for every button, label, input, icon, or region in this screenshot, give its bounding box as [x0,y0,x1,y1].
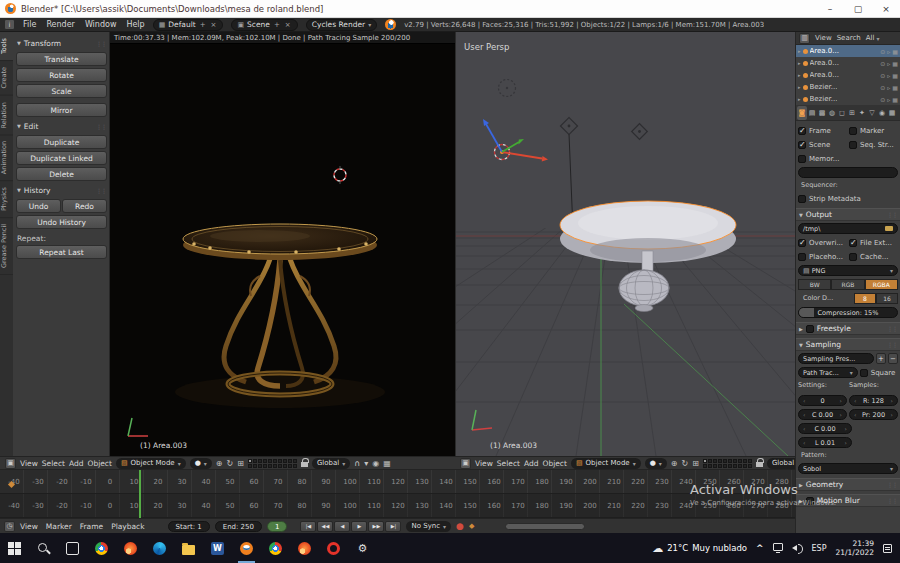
translate-manipulator-icon[interactable]: ⊕ [216,459,223,468]
rotate-button[interactable]: Rotate [16,68,107,82]
timeline-menu-frame[interactable]: Frame [80,522,103,531]
menu-window[interactable]: Window [85,20,117,29]
layer-dot[interactable] [718,459,722,463]
network-icon[interactable] [773,543,783,551]
viewport-shading-dropdown[interactable]: ●▾ [645,458,667,469]
delete-button[interactable]: Delete [16,167,107,181]
toolshelf-tab-animation[interactable]: Animation [0,135,13,181]
metadata-marker-checkbox[interactable]: Marker [849,127,898,135]
action-center-icon[interactable] [883,544,892,553]
output-path-field[interactable]: /tmp\ [798,223,898,234]
firefox-taskbar-button[interactable] [116,533,145,563]
modifiers-properties-tab[interactable]: ✦ [857,106,867,120]
add-layout-button[interactable]: + [199,21,207,29]
pattern-dropdown[interactable]: Sobol▾ [798,463,898,474]
renderability-icon[interactable]: ▦ [892,96,898,103]
history-panel-header[interactable]: ▼History⋮⋮ [13,183,110,197]
show-hidden-icons-button[interactable]: ^ [756,543,764,553]
layer-dot[interactable] [728,459,732,463]
outliner-editor-icon[interactable]: ▥ [799,33,810,44]
layer-dot[interactable] [743,459,747,463]
timeline-ruler-top[interactable]: -40-30-20-100102030405060708090100110120… [0,470,795,494]
sampling-panel-header[interactable]: ▼Sampling⋮⋮ [796,338,900,351]
opengl-render-anim-icon[interactable]: ▦ [383,459,391,468]
visibility-eye-icon[interactable]: ⊙ [880,60,885,67]
layer-dot[interactable] [273,464,277,468]
layer-dot[interactable] [278,464,282,468]
layer-dot[interactable] [708,459,712,463]
file-format-dropdown[interactable]: ▤PNG▾ [798,265,898,276]
output-panel-header[interactable]: ▼Output⋮⋮ [796,208,900,221]
world-properties-tab[interactable]: ◍ [827,106,837,120]
task-view-taskbar-button[interactable] [58,533,87,563]
viewport-menu-view[interactable]: View [475,459,493,468]
outliner-item[interactable]: ▸Bezier...⊙▹▦ [796,93,900,105]
freestyle-panel-header[interactable]: ▶Freestyle⋮⋮ [796,322,900,335]
menu-render[interactable]: Render [46,20,74,29]
selectability-arrow-icon[interactable]: ▹ [887,96,890,103]
toolshelf-tab-grease-pencil[interactable]: Grease Pencil [0,218,13,275]
selectability-arrow-icon[interactable]: ▹ [887,84,890,91]
file-extensions-checkbox[interactable]: File Ext... [849,239,898,247]
layer-dot[interactable] [293,464,297,468]
viewport-menu-add[interactable]: Add [69,459,84,468]
layer-dot[interactable] [713,459,717,463]
word-taskbar-button[interactable]: W [203,533,232,563]
layer-dot[interactable] [703,459,707,463]
layer-dot[interactable] [283,459,287,463]
renderability-icon[interactable]: ▦ [892,60,898,67]
layer-dot[interactable] [703,464,707,468]
layer-dot[interactable] [258,459,262,463]
timeline-editor-icon[interactable]: ◷ [4,521,15,532]
3d-view-editor-icon[interactable]: ▣ [5,458,16,469]
sync-dropdown[interactable]: No Sync▾ [406,521,451,532]
metadata-seq-strip-checkbox[interactable]: Seq. Str... [849,141,898,149]
viewport-shading-dropdown[interactable]: ●▾ [190,458,212,469]
timeline-menu-playback[interactable]: Playback [111,522,144,531]
expand-arrow-icon[interactable]: ▸ [798,48,801,54]
layer-dot[interactable] [288,459,292,463]
metadata-frame-checkbox[interactable]: Frame [798,127,847,135]
panel-grip-icon[interactable]: ⋮⋮ [96,40,106,47]
play-button[interactable]: ▶ [351,521,367,532]
cache-result-checkbox[interactable]: Cache... [849,253,898,261]
panel-grip-icon[interactable]: ⋮⋮ [96,123,106,130]
edit-panel-header[interactable]: ▼Edit⋮⋮ [13,119,110,133]
outliner-item[interactable]: ▸Bezier...⊙▹▦ [796,81,900,93]
scene-properties-tab[interactable]: ▩ [817,106,827,120]
metadata-scene-checkbox[interactable]: Scene [798,141,847,149]
snap-magnet-icon[interactable]: ∩ [354,459,360,468]
layer-dot[interactable] [733,459,737,463]
layer-dot[interactable] [713,464,717,468]
add-preset-button[interactable]: + [876,353,886,364]
lock-icon[interactable] [756,462,763,467]
end-frame-field[interactable]: End: 250 [215,521,262,532]
volume-icon[interactable] [792,543,803,553]
scale-button[interactable]: Scale [16,84,107,98]
scale-manipulator-icon[interactable]: ⊞ [692,459,699,468]
color-depth-16[interactable]: 16 [876,293,898,304]
layer-dot[interactable] [733,464,737,468]
layer-dot[interactable] [248,464,252,468]
outliner-menu-search[interactable]: Search [837,34,861,42]
minimize-button[interactable]: – [816,0,844,18]
square-samples-checkbox[interactable]: Square [860,369,898,377]
viewport-menu-object[interactable]: Object [542,459,566,468]
layer-dot[interactable] [263,464,267,468]
outliner-item[interactable]: ▸Area.0...⊙▹▦ [796,57,900,69]
constraints-properties-tab[interactable]: ⊞ [847,106,857,120]
layer-dot[interactable] [248,459,252,463]
current-frame-field[interactable]: 1 [267,521,287,532]
expand-arrow-icon[interactable]: ▸ [798,72,801,78]
layer-dot[interactable] [738,459,742,463]
viewport-menu-select[interactable]: Select [497,459,520,468]
timeline-ruler-bottom[interactable]: -40-30-20-100102030405060708090100110120… [0,494,795,518]
layer-dot[interactable] [738,464,742,468]
menu-help[interactable]: Help [126,20,144,29]
color-depth-8[interactable]: 8 [854,293,876,304]
translate-button[interactable]: Translate [16,52,107,66]
expand-arrow-icon[interactable]: ▸ [798,84,801,90]
timeline-scrollbar[interactable] [505,523,585,530]
viewport-menu-add[interactable]: Add [524,459,539,468]
settings-taskbar-button[interactable]: ⚙ [348,533,377,563]
